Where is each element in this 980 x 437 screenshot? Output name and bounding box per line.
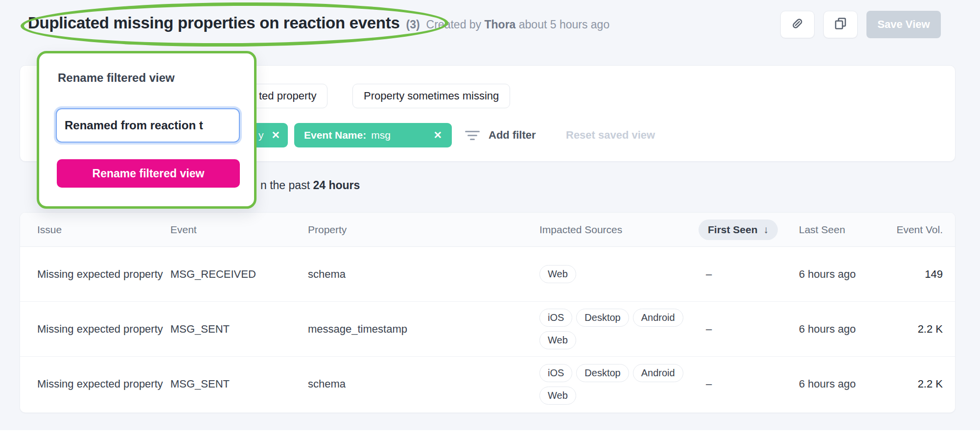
column-header-sources[interactable]: Impacted Sources bbox=[539, 224, 699, 236]
table-row[interactable]: Missing expected propertyMSG_RECEIVEDsch… bbox=[20, 247, 955, 302]
cell-last-seen: 6 hours ago bbox=[799, 378, 892, 390]
table-header-row: Issue Event Property Impacted Sources Fi… bbox=[20, 213, 955, 247]
cell-event: MSG_RECEIVED bbox=[170, 268, 308, 281]
sort-desc-icon: ↓ bbox=[764, 224, 769, 236]
cell-issue: Missing expected property bbox=[37, 323, 170, 336]
column-header-first-seen-sorted[interactable]: First Seen ↓ bbox=[699, 219, 778, 240]
link-icon bbox=[791, 17, 804, 32]
popover-title: Rename filtered view bbox=[58, 71, 175, 85]
cell-property: message_timestamp bbox=[308, 323, 539, 336]
source-badge: Web bbox=[539, 387, 576, 405]
created-prefix: Created by bbox=[426, 18, 482, 31]
source-badge: Android bbox=[633, 309, 683, 327]
issues-summary-text: n the past 24 hours bbox=[260, 179, 360, 192]
column-header-issue[interactable]: Issue bbox=[37, 224, 170, 236]
issue-count: (3) bbox=[406, 18, 420, 31]
duplicate-button[interactable] bbox=[823, 11, 858, 38]
source-badge: Desktop bbox=[576, 364, 629, 382]
page-bottom-strip bbox=[0, 430, 980, 437]
cell-event: MSG_SENT bbox=[170, 378, 308, 390]
filter-pill-text: y bbox=[258, 129, 264, 141]
cell-event-vol: 2.2 K bbox=[892, 323, 943, 336]
cell-event-vol: 149 bbox=[892, 268, 943, 281]
cell-property: schema bbox=[308, 378, 539, 390]
source-badge: iOS bbox=[539, 309, 572, 327]
source-badge: Desktop bbox=[576, 309, 629, 327]
table-row[interactable]: Missing expected propertyMSG_SENTschemai… bbox=[20, 357, 955, 412]
copy-link-button[interactable] bbox=[780, 11, 815, 38]
source-badge: Android bbox=[633, 364, 683, 382]
header-actions: Save View bbox=[780, 11, 941, 38]
close-icon[interactable]: ✕ bbox=[271, 129, 280, 141]
active-filter-pill-event-name[interactable]: Event Name: msg ✕ bbox=[294, 123, 452, 147]
author-name: Thora bbox=[485, 18, 516, 31]
rename-submit-button[interactable]: Rename filtered view bbox=[57, 159, 240, 188]
filter-lines-icon bbox=[465, 131, 480, 140]
page-title: Duplicated missing properties on reactio… bbox=[28, 14, 399, 32]
column-header-property[interactable]: Property bbox=[308, 224, 539, 236]
add-filter-label: Add filter bbox=[489, 129, 536, 142]
issues-table: Issue Event Property Impacted Sources Fi… bbox=[20, 212, 956, 413]
table-row[interactable]: Missing expected propertyMSG_SENTmessage… bbox=[20, 302, 955, 357]
issue-type-chip[interactable]: ted property bbox=[248, 84, 327, 108]
summary-prefix: n the past bbox=[260, 179, 313, 192]
close-icon[interactable]: ✕ bbox=[433, 129, 442, 141]
table-body: Missing expected propertyMSG_RECEIVEDsch… bbox=[20, 247, 955, 412]
source-badge: Web bbox=[539, 265, 576, 283]
cell-impacted-sources: iOSDesktopAndroidWeb bbox=[539, 364, 699, 405]
source-badge: Web bbox=[539, 331, 576, 349]
cell-property: schema bbox=[308, 268, 539, 281]
first-seen-label: First Seen bbox=[708, 224, 758, 236]
cell-event: MSG_SENT bbox=[170, 323, 308, 336]
column-header-event-vol[interactable]: Event Vol. bbox=[892, 224, 943, 236]
rename-input[interactable] bbox=[56, 108, 240, 143]
page-header: Duplicated missing properties on reactio… bbox=[28, 14, 609, 32]
cell-last-seen: 6 hours ago bbox=[799, 268, 892, 281]
cell-impacted-sources: Web bbox=[539, 265, 699, 283]
column-header-event[interactable]: Event bbox=[170, 224, 308, 236]
save-view-button[interactable]: Save View bbox=[866, 11, 941, 38]
add-filter-button[interactable]: Add filter bbox=[465, 123, 536, 147]
cell-issue: Missing expected property bbox=[37, 378, 170, 390]
column-header-last-seen[interactable]: Last Seen bbox=[799, 224, 892, 236]
filter-pill-label: Event Name: bbox=[304, 129, 366, 141]
cell-first-seen: – bbox=[699, 378, 799, 390]
summary-time-range: 24 hours bbox=[313, 179, 360, 192]
cell-impacted-sources: iOSDesktopAndroidWeb bbox=[539, 309, 699, 349]
cell-event-vol: 2.2 K bbox=[892, 378, 943, 390]
cell-first-seen: – bbox=[699, 268, 799, 281]
rename-view-popover: Rename filtered view Rename filtered vie… bbox=[37, 51, 257, 209]
cell-issue: Missing expected property bbox=[37, 268, 170, 281]
issue-type-chip[interactable]: Property sometimes missing bbox=[352, 84, 510, 108]
cell-first-seen: – bbox=[699, 323, 799, 336]
cell-last-seen: 6 hours ago bbox=[799, 323, 892, 336]
created-by-line: Created by Thora about 5 hours ago bbox=[426, 18, 610, 31]
copy-icon bbox=[834, 17, 847, 32]
reset-saved-view-button[interactable]: Reset saved view bbox=[566, 123, 655, 147]
source-badge: iOS bbox=[539, 364, 572, 382]
created-timestamp: about 5 hours ago bbox=[519, 18, 609, 31]
filter-pill-value: msg bbox=[371, 129, 391, 141]
